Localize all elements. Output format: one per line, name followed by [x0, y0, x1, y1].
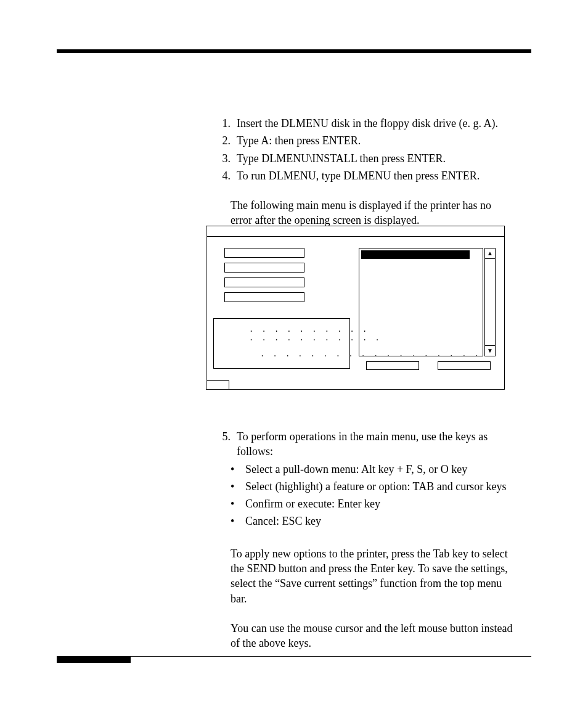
triangle-down-icon: ▼ — [487, 347, 493, 355]
scroll-down-icon: ▼ — [484, 345, 496, 356]
feature-box-4 — [224, 292, 304, 302]
step-text: Type A: then press ENTER. — [237, 133, 513, 148]
step-4-note: The following main menu is displayed if … — [231, 198, 513, 228]
bullet-item: • Select a pull-down menu: Alt key + F, … — [231, 462, 513, 477]
step-3: 3. Type DLMENU\INSTALL then press ENTER. — [217, 151, 513, 166]
step-1: 1. Insert the DLMENU disk in the floppy … — [217, 116, 513, 131]
step-number: 1. — [217, 116, 231, 131]
bullet-item: • Select (highlight) a feature or option… — [231, 479, 513, 494]
bullet-icon: • — [231, 462, 239, 477]
step-text: To perform operations in the main menu, … — [237, 429, 513, 459]
bullet-text: Select a pull-down menu: Alt key + F, S,… — [245, 462, 467, 477]
step-5: 5. To perform operations in the main men… — [217, 429, 513, 459]
figure-button-2 — [438, 361, 491, 370]
options-selected-row — [361, 250, 470, 259]
step-text: Type DLMENU\INSTALL then press ENTER. — [237, 151, 513, 166]
instructions-block-1: 1. Insert the DLMENU disk in the floppy … — [217, 116, 513, 228]
step-number: 4. — [217, 168, 231, 183]
step-number: 5. — [217, 429, 231, 459]
figure-button-1 — [366, 361, 419, 370]
step-2: 2. Type A: then press ENTER. — [217, 133, 513, 148]
feature-box-1 — [224, 248, 304, 258]
footer-tab — [57, 657, 131, 663]
step-5-note-a: To apply new options to the printer, pre… — [231, 546, 513, 606]
step-number: 3. — [217, 151, 231, 166]
bullet-item: • Cancel: ESC key — [231, 514, 513, 528]
scrollbar-track — [484, 248, 496, 356]
step-5-note-b: You can use the mouse cursor and the lef… — [231, 621, 513, 651]
bullet-icon: • — [231, 496, 239, 511]
options-list-box — [359, 248, 483, 356]
instructions-block-2: 5. To perform operations in the main men… — [217, 429, 513, 651]
bullet-icon: • — [231, 479, 239, 494]
feature-box-2 — [224, 263, 304, 273]
step-text: To run DLMENU, type DLMENU then press EN… — [237, 168, 513, 183]
triangle-up-icon: ▲ — [487, 249, 493, 258]
bullet-text: Confirm or execute: Enter key — [245, 496, 380, 511]
main-menu-figure: . . . . . . . . . . . . . . . . . . . . … — [206, 226, 505, 390]
header-rule — [57, 49, 531, 53]
bullet-text: Select (highlight) a feature or option: … — [245, 479, 507, 494]
step-number: 2. — [217, 133, 231, 148]
figure-menubar — [207, 227, 504, 237]
bullet-text: Cancel: ESC key — [245, 514, 321, 528]
step-4: 4. To run DLMENU, type DLMENU then press… — [217, 168, 513, 183]
document-page: 1. Insert the DLMENU disk in the floppy … — [0, 0, 588, 706]
scroll-up-icon: ▲ — [484, 248, 496, 259]
step-text: Insert the DLMENU disk in the floppy dis… — [237, 116, 513, 131]
figure-status-cell — [207, 380, 229, 389]
bullet-item: • Confirm or execute: Enter key — [231, 496, 513, 511]
bullet-icon: • — [231, 514, 239, 528]
feature-box-3 — [224, 277, 304, 287]
